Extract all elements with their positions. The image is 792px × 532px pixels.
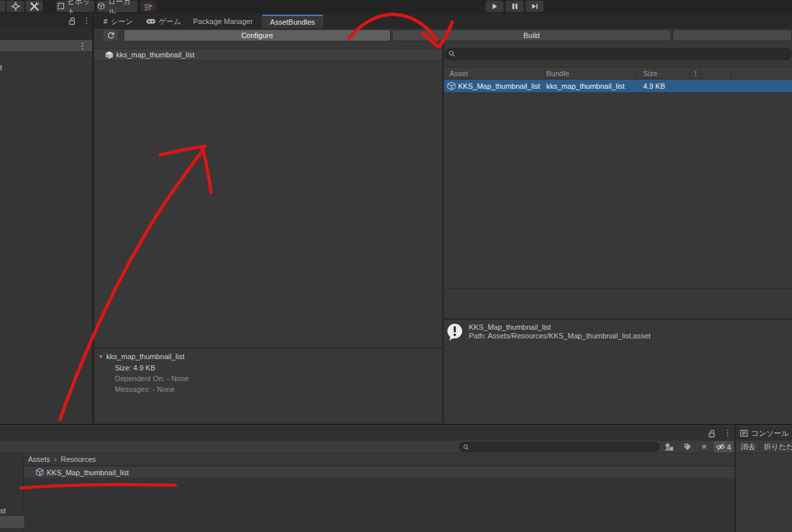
asset-row-name: KKS_Map_thumbnail_list [458,82,540,90]
asset-row-selected[interactable]: KKS_Map_thumbnail_list kks_map_thumbnail… [444,79,792,92]
info-bubble-icon [445,322,464,341]
local-toggle-button[interactable]: ローカル [97,1,138,12]
details-dependent: Dependent On: - None [115,374,189,382]
build-tab-button[interactable]: Build [392,29,671,41]
scriptable-object-icon [447,81,456,91]
hidden-count-label: 4 [727,443,731,451]
pause-button[interactable] [506,1,524,12]
hierarchy-lock-button[interactable] [68,17,77,26]
folder-tree-selected-row[interactable] [0,516,24,528]
refresh-button[interactable] [104,30,118,41]
project-panel-header: ⋮ [0,427,735,440]
inspect-tab-button[interactable] [672,29,792,41]
bundle-name-label: kks_map_thumbnail_list [116,51,194,59]
tab-scene[interactable]: # シーン [97,15,140,28]
step-forward-button[interactable] [526,1,544,12]
project-toolbar: ★ 4 [0,440,735,453]
column-warning[interactable]: ! [695,69,697,77]
assetbundle-browser-window: Configure Build kks_map_thumbnail_list ▼… [94,28,792,424]
wrench-icon [29,1,39,11]
breadcrumb-resources[interactable]: Resources [61,455,96,463]
project-menu-button[interactable]: ⋮ [723,429,731,437]
details-bundle-name: kks_map_thumbnail_list [106,352,184,360]
asset-row-size: 4.9 KB [643,82,665,90]
grid-snap-button[interactable] [140,1,156,12]
console-tab[interactable]: コンソール [736,427,792,440]
lock-open-icon [68,17,77,25]
refresh-icon [107,31,115,39]
console-icon [740,429,748,437]
breadcrumb-chevron-icon: › [54,455,57,464]
search-icon [448,50,455,57]
project-search-input[interactable] [459,442,660,452]
eye-slash-icon [716,443,725,451]
play-button[interactable] [485,1,504,12]
project-item-scriptable-object-icon [35,468,44,477]
console-panel: コンソール 消去 折りたたむ [735,425,792,532]
console-toolbar: 消去 折りたたむ [736,440,792,453]
column-bundle[interactable]: Bundle [546,69,569,77]
configure-tab-label: Configure [241,31,273,39]
pivot-toggle-button[interactable]: ピボット [56,1,94,12]
tab-assetbundles[interactable]: AssetBundles [262,15,323,28]
left-panel: ⋮ t [0,28,92,424]
console-collapse-button[interactable]: 折りたたむ [764,442,792,452]
details-messages: Messages: - None [115,385,174,393]
breadcrumb-assets[interactable]: Assets [28,455,50,463]
details-foldout-row[interactable]: ▼ kks_map_thumbnail_list [98,352,184,361]
message-row[interactable]: KKS_Map_thumbnail_list Path: Assets/Reso… [445,321,792,342]
hidden-count-button[interactable]: 4 [714,441,733,453]
bundle-details-panel: ▼ kks_map_thumbnail_list Size: 4.9 KB De… [94,347,442,423]
bottom-dock: ⋮ [0,424,792,532]
column-size[interactable]: Size [643,69,657,77]
message-panel: KKS_Map_thumbnail_list Path: Assets/Reso… [444,318,792,425]
filter-by-label-button[interactable] [683,443,692,451]
message-path: Path: Assets/Resources/KKS_Map_thumbnail… [469,332,650,340]
project-folder-tree: st [0,453,24,532]
configure-tab-button[interactable]: Configure [124,29,391,41]
asset-table-header: Asset Bundle Size ! [444,67,792,79]
bundle-list-empty-area[interactable] [94,61,442,347]
custom-tools-button[interactable] [25,1,43,12]
gamepad-icon [146,18,156,25]
local-cube-icon [97,2,106,11]
step-forward-icon [531,3,538,10]
unity-editor-window: ピボット ローカル [0,0,792,532]
toolbar-partial-button[interactable] [0,1,5,12]
bundle-cube-icon [105,51,114,59]
console-tab-label: コンソール [751,429,789,439]
bundle-list-header-row[interactable]: kks_map_thumbnail_list [94,49,442,61]
move-tool-button[interactable] [7,1,24,12]
left-panel-partial-item[interactable]: t [0,63,2,71]
asset-row-bundle: kks_map_thumbnail_list [546,82,624,90]
asset-search-input[interactable] [445,48,791,60]
message-title: KKS_Map_thumbnail_list [469,323,650,332]
foldout-triangle-icon: ▼ [98,354,104,360]
tab-package-manager-label: Package Manager [193,17,252,25]
column-asset[interactable]: Asset [449,69,468,77]
left-panel-menu-button[interactable]: ⋮ [78,41,87,50]
build-tab-label: Build [524,31,540,39]
asset-pane: Asset Bundle Size ! KK [444,41,792,425]
tab-game-label: ゲーム [159,17,182,27]
tab-package-manager[interactable]: Package Manager [187,15,259,28]
move-tool-icon [11,1,21,11]
grid-snap-icon [144,2,153,11]
hash-icon: # [104,17,108,25]
tab-game[interactable]: ゲーム [142,15,186,28]
tab-assetbundles-label: AssetBundles [270,18,315,26]
tab-scene-label: シーン [111,17,134,27]
filter-by-type-button[interactable] [664,443,674,451]
project-item-row[interactable]: KKS_Map_thumbnail_list [25,467,735,478]
pause-icon [512,3,518,10]
project-lock-button[interactable] [708,429,717,438]
project-item-label: KKS_Map_thumbnail_list [47,469,129,477]
console-clear-button[interactable]: 消去 [741,442,755,452]
favorites-button[interactable]: ★ [701,442,708,451]
hierarchy-menu-button[interactable]: ⋮ [82,16,90,27]
project-breadcrumb-bar: Assets › Resources [25,453,735,466]
project-search-icon [463,444,469,451]
folder-tree-partial-item[interactable]: st [0,507,6,515]
play-icon [491,3,498,10]
asset-list-empty-area[interactable] [444,92,792,289]
